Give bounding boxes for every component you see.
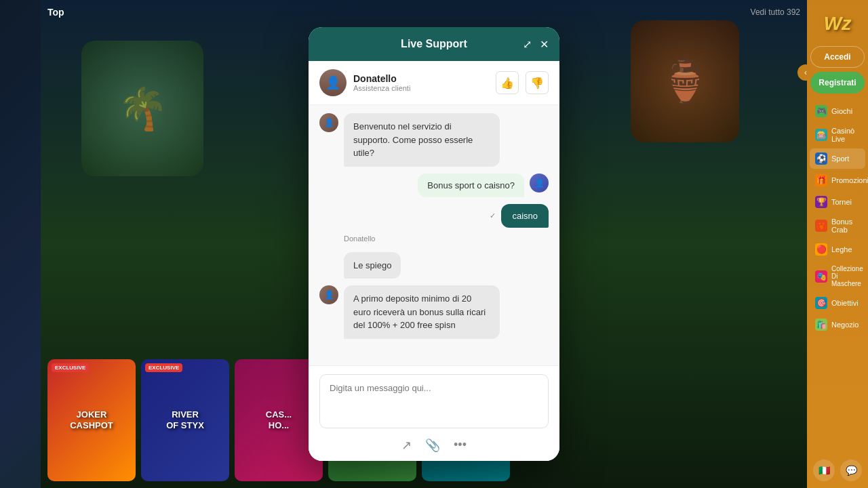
giochi-label: Giochi <box>831 107 852 115</box>
agent-info: 👤 Donatello Assistenza clienti <box>319 69 410 96</box>
section-title: Top <box>47 7 64 18</box>
msg-welcome-text: Benvenuto nel servizio di supporto. Come… <box>353 121 473 158</box>
msg-agent-short: Le spiego <box>344 252 549 279</box>
chat-header: Live Support ⤢ ✕ <box>309 27 559 61</box>
msg-agent-avatar-1: 👤 <box>319 113 338 132</box>
sidebar-bottom-icons: 🇮🇹 💬 <box>813 460 862 481</box>
thumbdown-button[interactable]: 👎 <box>526 71 549 94</box>
negozio-icon: 🛍️ <box>815 319 827 331</box>
chat-header-actions: ⤢ ✕ <box>523 38 549 51</box>
game-card-river[interactable]: RIVEROF STYX EXCLUSIVE <box>141 359 229 481</box>
msg-agent-avatar-2: 👤 <box>319 285 338 304</box>
sidebar-item-promozioni[interactable]: 🎁 Promozioni <box>810 170 865 190</box>
game-river-title: RIVEROF STYX <box>163 407 207 433</box>
msg-agent-long-text: A primo deposito minimo di 20 euro ricev… <box>353 293 486 330</box>
sidebar-collapse-button[interactable]: ‹ <box>797 64 814 81</box>
agent-role: Assistenza clienti <box>353 84 410 92</box>
msg-bubble-user-1: Bonus sport o caisno? <box>418 174 524 197</box>
sidebar-item-obiettivi[interactable]: 🎯 Obiettivi <box>810 293 865 313</box>
avatar-face: 👤 <box>319 69 347 96</box>
game-river-label: EXCLUSIVE <box>145 363 182 372</box>
sidebar-logo: Wz <box>814 7 861 41</box>
sidebar-item-giochi[interactable]: 🎮 Giochi <box>810 101 865 121</box>
msg-user-avatar-1: 👤 <box>530 174 549 192</box>
attach-icon[interactable]: 📎 <box>425 438 440 453</box>
msg-bubble-agent-long: A primo deposito minimo di 20 euro ricev… <box>344 285 500 339</box>
top-bar: Top Vedi tutto 392 <box>47 7 800 18</box>
game-river-bg: RIVEROF STYX <box>141 359 229 481</box>
agent-actions: 👍 👎 <box>496 71 549 94</box>
bonus-crab-icon: 🦀 <box>815 220 827 232</box>
message-agent-long: 👤 A primo deposito minimo di 20 euro ric… <box>319 285 549 339</box>
agent-name: Donatello <box>353 73 410 84</box>
maschere-icon: 🎭 <box>815 270 827 283</box>
chat-button[interactable]: 💬 <box>840 460 862 481</box>
msg-bubble-welcome: Benvenuto nel servizio di supporto. Come… <box>344 113 500 167</box>
promozioni-icon: 🎁 <box>815 174 827 186</box>
obiettivi-icon: 🎯 <box>815 297 827 309</box>
more-options-icon[interactable]: ••• <box>454 438 467 453</box>
sidebar-item-collezione-maschere[interactable]: 🎭 Collezione Di Maschere <box>810 261 865 291</box>
message-sent-1: ✓ caisno <box>319 204 549 228</box>
chat-input-toolbar: ↗ 📎 ••• <box>319 431 549 453</box>
accedi-button[interactable]: Accedi <box>810 46 865 68</box>
chat-message-input[interactable] <box>319 374 549 428</box>
msg-check-1: ✓ <box>490 211 496 220</box>
sidebar-item-bonus-crab[interactable]: 🦀 Bonus Crab <box>810 214 865 238</box>
sidebar-navigation: 🎮 Giochi 🎰 Casinò Live ⚽ Sport 🎁 Promozi… <box>807 100 868 336</box>
obiettivi-label: Obiettivi <box>831 299 859 307</box>
see-all-link[interactable]: Vedi tutto 392 <box>751 7 800 17</box>
bonus-crab-label: Bonus Crab <box>831 218 860 234</box>
game-casino-title: CAS...HO... <box>263 407 294 433</box>
msg-sent-text-1: caisno <box>512 211 538 221</box>
sidebar-item-leghe[interactable]: 🔴 Leghe <box>810 239 865 260</box>
sidebar-item-casino-live[interactable]: 🎰 Casinò Live <box>810 123 865 147</box>
chat-close-button[interactable]: ✕ <box>540 38 549 51</box>
casino-live-icon: 🎰 <box>815 129 827 141</box>
tornei-label: Tornei <box>831 198 852 206</box>
game-joker-label: EXCLUSIVE <box>52 363 89 372</box>
agent-bar: 👤 Donatello Assistenza clienti 👍 👎 <box>309 61 559 105</box>
sport-icon: ⚽ <box>815 152 827 165</box>
agent-details: Donatello Assistenza clienti <box>353 73 410 92</box>
registrati-button[interactable]: Registrati <box>810 72 865 94</box>
chat-expand-button[interactable]: ⤢ <box>523 38 532 51</box>
sport-label: Sport <box>831 155 849 163</box>
sidebar-item-sport[interactable]: ⚽ Sport <box>810 148 865 169</box>
game-joker-title: JOKERCASHPOT <box>67 407 116 433</box>
message-agent-welcome: 👤 Benvenuto nel servizio di supporto. Co… <box>319 113 549 167</box>
giochi-icon: 🎮 <box>815 105 827 117</box>
game-joker-bg: JOKERCASHPOT <box>47 359 136 481</box>
language-button[interactable]: 🇮🇹 <box>813 460 835 481</box>
leghe-icon: 🔴 <box>815 243 827 256</box>
message-user-1: Bonus sport o caisno? 👤 <box>319 174 549 197</box>
chat-title: Live Support <box>401 38 467 50</box>
thumbup-button[interactable]: 👍 <box>496 71 519 94</box>
agent-label-small: Donatello <box>344 235 549 243</box>
tornei-icon: 🏆 <box>815 196 827 208</box>
logo-text: Wz <box>824 13 851 35</box>
msg-bubble-sent-1: caisno <box>501 204 549 228</box>
sidebar-item-tornei[interactable]: 🏆 Tornei <box>810 192 865 212</box>
sidebar-bottom: 🇮🇹 💬 <box>813 460 862 488</box>
casino-live-label: Casinò Live <box>831 127 860 143</box>
agent-avatar: 👤 <box>319 69 347 96</box>
sidebar-item-negozio[interactable]: 🛍️ Negozio <box>810 314 865 335</box>
msg-user-text-1: Bonus sport o caisno? <box>427 180 515 190</box>
promozioni-label: Promozioni <box>831 176 868 184</box>
negozio-label: Negozio <box>831 321 859 329</box>
maschere-label: Collezione Di Maschere <box>831 265 863 287</box>
share-icon[interactable]: ↗ <box>401 438 412 453</box>
leghe-label: Leghe <box>831 245 852 253</box>
msg-bubble-agent-short: Le spiego <box>344 252 401 279</box>
chat-input-area: ↗ 📎 ••• <box>309 365 559 461</box>
chat-messages: 👤 Benvenuto nel servizio di supporto. Co… <box>309 105 559 365</box>
chat-modal: Live Support ⤢ ✕ 👤 Donatello Assistenza … <box>309 27 559 461</box>
game-card-joker[interactable]: JOKERCASHPOT EXCLUSIVE <box>47 359 136 481</box>
msg-agent-short-text: Le spiego <box>353 260 391 270</box>
sidebar: ‹ Wz Accedi Registrati 🎮 Giochi 🎰 Casinò… <box>807 0 868 488</box>
